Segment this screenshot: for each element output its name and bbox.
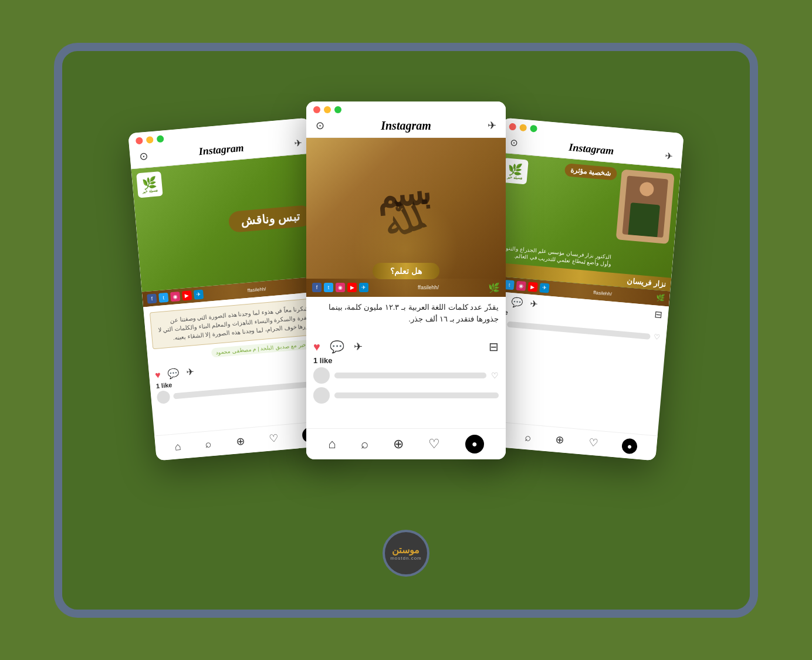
add-nav-left[interactable]: ⊕ (235, 434, 245, 448)
watermark-en: mostdn.com (390, 556, 422, 561)
telegram-icon-left: ✈ (194, 289, 204, 299)
send-icon-center: ✈ (488, 119, 496, 132)
share-icon-right[interactable]: ✈ (530, 297, 539, 309)
comment-icon-center[interactable]: 💬 (330, 340, 344, 354)
search-nav-right[interactable]: ⌕ (525, 431, 532, 444)
camera-icon-center: ⊙ (316, 119, 324, 132)
send-icon-left: ✈ (294, 137, 303, 148)
comment-avatar-center2 (313, 387, 330, 404)
comment-line-center (334, 373, 486, 378)
post-image-right: 🌿 فسيلة خير شخصية مؤثرة الدكتور نزار فري… (488, 153, 681, 306)
bookmark-icon-center[interactable]: ⊟ (489, 340, 499, 354)
social-icons-center: ✈ ▶ ◉ t f (312, 283, 368, 292)
tl-green-center[interactable] (334, 106, 341, 113)
ig-header-center: ⊙ Instagram ✈ (306, 116, 506, 138)
logo-text-left: فسيلة خير (143, 188, 158, 193)
tl-red-right[interactable] (509, 123, 516, 130)
share-icon-center[interactable]: ✈ (354, 340, 363, 353)
person-body (628, 202, 660, 237)
camera-icon-right: ⊙ (510, 136, 519, 148)
bookmark-icon-right[interactable]: ⊟ (654, 309, 663, 320)
footer-handle-left: /ffasilehh (247, 286, 266, 293)
search-nav-left[interactable]: ⌕ (205, 437, 212, 450)
facebook-icon-center: f (312, 283, 322, 292)
comment-placeholder-center: ♡ (306, 365, 506, 387)
profile-label: شخصية مؤثرة (564, 163, 617, 181)
tl-red-left[interactable] (136, 137, 143, 144)
likes-center: 1 like (306, 356, 506, 365)
profile-nav-center[interactable]: ● (465, 435, 484, 453)
camera-icon-left: ⊙ (139, 149, 149, 163)
heart-icon-left[interactable]: ♥ (154, 369, 161, 380)
footer-logo-center: 🌿 (488, 282, 500, 293)
tl-yellow-right[interactable] (519, 124, 527, 131)
twitter-icon-left: t (158, 292, 168, 302)
action-bar-center: ♥ 💬 ✈ ⊟ (306, 335, 506, 356)
logo-tree-right: 🌿 (508, 163, 523, 175)
tl-green-left[interactable] (157, 135, 164, 143)
watermark-circle: موستن mostdn.com (383, 530, 429, 577)
tl-yellow-center[interactable] (324, 106, 331, 113)
post-content-center: يقدّر عدد كلمات اللغة العربية بـ ١٢.٣ مل… (306, 297, 506, 336)
heart-icon-center[interactable]: ♥ (313, 340, 320, 354)
post-image-left: 🌿 فسيلة خير تبس وناقش 🌿 /ffasilehh ✈ ▶ ◉… (131, 153, 324, 307)
calligraphy-badge: هل تعلم؟ (373, 263, 439, 279)
profile-post-bg: 🌿 فسيلة خير شخصية مؤثرة الدكتور نزار فري… (489, 153, 681, 291)
heart-nav-center[interactable]: ♡ (428, 436, 440, 452)
youtube-icon-center: ▶ (347, 283, 357, 292)
telegram-icon-right: ✈ (539, 283, 549, 293)
post-arabic-text-center: يقدّر عدد كلمات اللغة العربية بـ ١٢.٣ مل… (313, 302, 499, 326)
heart-nav-left[interactable]: ♡ (268, 431, 279, 445)
youtube-icon-right: ▶ (527, 282, 537, 292)
post-image-center: ﺑﺴﻢ ﷲ هل تعلم؟ 🌿 /ffasilehh ✈ ▶ ◉ (306, 138, 506, 297)
home-nav-center[interactable]: ⌂ (328, 436, 336, 452)
heart-nav-right[interactable]: ♡ (588, 436, 598, 449)
ig-title-left: Instagram (198, 141, 245, 158)
heart-right-right: ♡ (654, 333, 661, 341)
search-nav-center[interactable]: ⌕ (361, 436, 368, 452)
tl-yellow-left[interactable] (146, 136, 154, 143)
person-head (639, 181, 654, 197)
post-title-left: تبس وناقش (228, 204, 313, 232)
twitter-icon-right: t (505, 279, 515, 289)
twitter-icon-center: t (324, 283, 333, 292)
add-nav-right[interactable]: ⊕ (555, 433, 565, 446)
logo-left: 🌿 فسيلة خير (136, 171, 163, 198)
person-silhouette (622, 175, 668, 238)
instagram-icon-center: ◉ (336, 283, 345, 292)
share-icon-left[interactable]: ✈ (186, 366, 195, 378)
ig-title-center: Instagram (381, 119, 431, 133)
youtube-icon-left: ▶ (182, 290, 192, 300)
logo-tree-left: 🌿 (141, 176, 157, 189)
comment-placeholder-center2 (306, 387, 506, 407)
tl-red-center[interactable] (313, 106, 320, 113)
watermark: موستن mostdn.com (383, 530, 429, 577)
comment-avatar-center (313, 367, 330, 384)
instagram-icon-right: ◉ (516, 280, 526, 290)
traffic-lights-center (306, 101, 506, 116)
green-post-bg: 🌿 فسيلة خير تبس وناقش (131, 153, 323, 292)
comment-line-center2 (334, 392, 499, 398)
comment-avatar-left (157, 390, 171, 404)
logo-right: 🌿 فسيلة خير (502, 157, 529, 184)
tl-green-right[interactable] (530, 124, 537, 132)
send-icon-right: ✈ (665, 150, 674, 161)
phones-wrapper: ⊙ Instagram ✈ 🌿 فسيلة خير تبس وناقش 🌿 /f… (142, 90, 670, 571)
footer-logo-right: 🌿 (656, 293, 665, 302)
profile-photo (616, 169, 675, 243)
facebook-icon-left: f (147, 293, 157, 303)
calligraphy-bg: ﺑﺴﻢ ﷲ هل تعلم؟ (306, 138, 506, 279)
home-nav-left[interactable]: ⌂ (174, 440, 182, 453)
heart-right-center: ♡ (491, 371, 499, 380)
quote-text-left: لو شكرنا معاً في هذوء لما وجدنا هذه الصو… (155, 303, 317, 344)
social-icons-left: ✈ ▶ ◉ t f (147, 289, 204, 303)
phone-center: ⊙ Instagram ✈ ﺑﺴﻢ ﷲ هل تعلم؟ (306, 101, 506, 459)
nav-bar-center: ⌂ ⌕ ⊕ ♡ ● (306, 428, 506, 459)
add-nav-center[interactable]: ⊕ (393, 436, 404, 452)
watermark-arabic: موستن (390, 545, 422, 556)
comment-icon-right[interactable]: 💬 (511, 296, 524, 309)
footer-handle-right: /ffasilehh (593, 289, 613, 296)
instagram-icon-left: ◉ (170, 291, 180, 301)
comment-icon-left[interactable]: 💬 (167, 367, 180, 380)
profile-nav-right[interactable]: ● (621, 438, 638, 454)
